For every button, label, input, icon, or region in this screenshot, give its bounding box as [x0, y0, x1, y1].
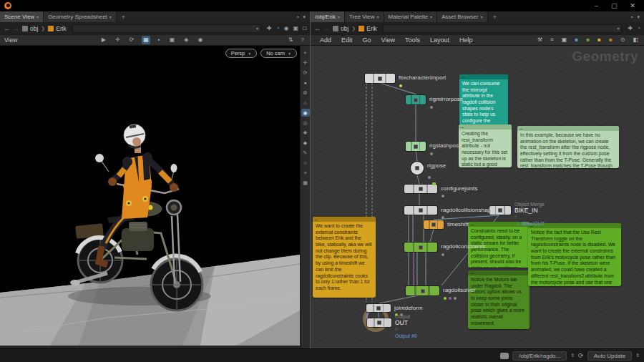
update-mode-selector[interactable]: Auto Update [587, 351, 632, 361]
pane-menu-icon[interactable]: ▾ [637, 14, 640, 20]
node-flag-dot[interactable] [430, 106, 433, 109]
swatch-green-icon[interactable]: ■ [585, 36, 591, 44]
tab-geometry-spreadsheet[interactable]: Geometry Spreadsheet▾ [44, 11, 117, 22]
node-flag-dot[interactable] [449, 297, 452, 300]
no-cam-badge[interactable]: No cam▼ [260, 49, 297, 58]
rotate-handle-icon[interactable]: ⟳ [128, 36, 136, 44]
menu-edit[interactable]: Edit [336, 36, 358, 44]
node-rigstashpose[interactable] [406, 142, 426, 151]
minimize-icon[interactable]: – [595, 2, 598, 9]
tab-material-palette[interactable]: Material Palette▾ [384, 11, 438, 22]
node-flag-dot[interactable] [454, 297, 457, 300]
back-arrow-icon[interactable]: ← [314, 25, 321, 32]
node-rigpose[interactable] [411, 162, 424, 175]
headlight-icon[interactable]: ☼ [301, 99, 310, 107]
pane-maximize-icon[interactable]: ▪ [297, 14, 298, 19]
pane-maximize-icon[interactable]: ▪ [631, 14, 633, 19]
magnifier-icon[interactable]: ⊙ [619, 36, 627, 44]
tumble-icon[interactable]: ⟳ [301, 69, 310, 77]
shaded-mode-icon[interactable]: ◎ [301, 119, 310, 127]
node-flag-dot[interactable] [441, 195, 444, 197]
hierarchy-icon[interactable]: ≡ [549, 36, 555, 44]
options-gear-icon[interactable]: ⚙ [301, 89, 310, 97]
note-use-rest-transform[interactable]: –Notice the fact that the Use Rest Trans… [528, 223, 621, 286]
swatch-yellow-icon[interactable]: ■ [596, 36, 602, 44]
breadcrumb-context[interactable]: obj [22, 25, 38, 32]
path-field[interactable]: ▾ [72, 24, 261, 33]
shield-icon[interactable]: ◈ [182, 36, 190, 44]
layout-sort-icon[interactable]: ⇅ [287, 36, 295, 44]
note-timeshift[interactable]: –We want to create the external constrai… [313, 217, 376, 298]
tab-caret-icon[interactable]: ▾ [109, 14, 112, 19]
translate-handle-icon[interactable]: ✛ [114, 36, 122, 44]
tab-scene-view[interactable]: Scene View▾ [0, 11, 44, 22]
tab-asset-browser[interactable]: Asset Browser▾ [437, 11, 488, 22]
note-minimize-icon[interactable]: – [462, 75, 464, 79]
render-region-icon[interactable]: ▣ [168, 36, 177, 44]
camera-icon[interactable]: ▣ [293, 25, 299, 31]
camera-view-icon[interactable]: ◉ [196, 36, 204, 44]
note-rest-transform[interactable]: –Creating the rest_transform attribute -… [459, 124, 512, 167]
recook-icon[interactable]: ⟳ [578, 352, 584, 359]
history-icon[interactable]: ◔ [276, 25, 280, 31]
grid-icon[interactable]: ▦ [301, 179, 310, 187]
lighting-icon[interactable]: ◉ [301, 109, 310, 117]
close-icon[interactable]: ✕ [630, 2, 635, 9]
display-options-icon[interactable]: ▣ [560, 36, 569, 44]
breadcrumb-node[interactable]: Erik [48, 25, 67, 32]
menu-add[interactable]: Add [315, 36, 336, 44]
note-minimize-icon[interactable]: – [519, 127, 522, 130]
wrench-icon[interactable]: ⚒ [536, 36, 544, 44]
note-no-animation[interactable]: –In this example, because we have no ani… [517, 126, 619, 168]
node-flag-dot[interactable] [399, 84, 402, 87]
path-stepper[interactable]: ⇕ [570, 353, 575, 358]
lock-icon[interactable]: ● [301, 79, 310, 87]
breadcrumb-context[interactable]: obj [333, 25, 348, 32]
node-timeshift[interactable] [424, 220, 444, 229]
tab-caret-icon[interactable]: ▾ [36, 14, 39, 19]
pin-icon[interactable]: ✚ [267, 25, 272, 31]
node-fbxcharacterimport[interactable] [365, 74, 395, 83]
node-flag-dot[interactable] [428, 176, 431, 179]
note-minimize-icon[interactable]: – [461, 125, 464, 129]
snapshot-icon[interactable]: ◉ [284, 25, 289, 31]
persp-view-badge[interactable]: Persp▼ [225, 49, 258, 58]
menu-lines-icon[interactable]: ≡ [301, 169, 310, 177]
note-minimize-icon[interactable]: – [470, 271, 473, 275]
path-field[interactable]: ▾ [383, 24, 623, 33]
tab-caret-icon[interactable]: ▾ [338, 14, 340, 19]
node-flag-dot[interactable] [444, 297, 447, 300]
view-target-icon[interactable]: ⌖ [301, 49, 310, 57]
note-minimize-icon[interactable]: – [315, 217, 318, 221]
tab-obj-erik[interactable]: /obj/Erik▾ [311, 11, 345, 22]
help-icon[interactable]: ? [300, 36, 306, 44]
network-canvas[interactable]: Geometry fbxcharacterimportrigmirrorpose… [311, 46, 644, 348]
history-icon[interactable]: ◔ [637, 25, 640, 31]
menu-help[interactable]: Help [454, 36, 478, 44]
node-ragdollconstraints[interactable] [404, 243, 437, 252]
add-view-icon[interactable]: ✚ [301, 129, 310, 137]
node-flag-dot[interactable] [441, 253, 444, 256]
home-view-icon[interactable]: ⌂ [301, 159, 310, 167]
new-pane-icon[interactable]: ◧ [631, 36, 640, 44]
left-new-tab-button[interactable]: + [117, 11, 130, 22]
tab-caret-icon[interactable]: ▾ [377, 14, 379, 19]
maximize-icon[interactable]: ▢ [611, 2, 618, 9]
snap-point-icon[interactable]: ▪ [157, 36, 162, 44]
template-flag[interactable] [432, 182, 436, 185]
tab-caret-icon[interactable]: ▾ [481, 14, 483, 19]
menu-view[interactable]: View [376, 36, 400, 44]
node-configurejoints[interactable] [404, 185, 437, 193]
node-ragdollsolver[interactable] [406, 286, 439, 295]
note-mirrorpt[interactable]: –We can consume the mirrorpt attribute i… [459, 74, 508, 127]
tab-caret-icon[interactable]: ▾ [430, 14, 432, 19]
pan-icon[interactable]: ✛ [301, 59, 310, 67]
white-square-icon[interactable]: □ [303, 25, 306, 31]
node-output[interactable] [367, 318, 391, 327]
menu-tools[interactable]: Tools [400, 36, 425, 44]
draw-icon[interactable]: ✎ [301, 149, 310, 157]
tab-tree-view[interactable]: Tree View▾ [345, 11, 384, 22]
3d-viewport[interactable]: Persp▼ No cam▼ [0, 46, 300, 346]
update-mode-stepper[interactable]: ⇕ [635, 353, 640, 358]
right-new-tab-button[interactable]: + [488, 11, 502, 22]
